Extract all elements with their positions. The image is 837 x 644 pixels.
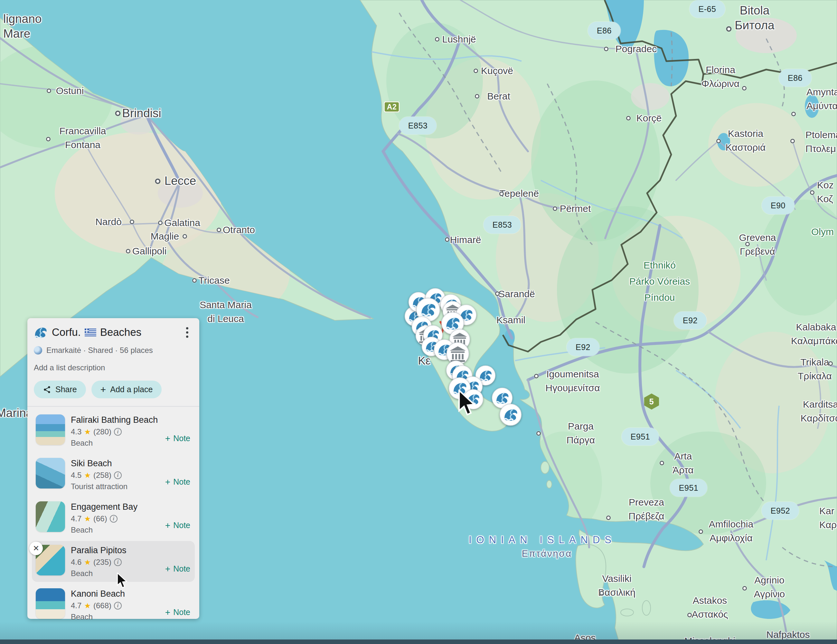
map-label-επτάνησα: Επτάνησα	[522, 547, 572, 560]
review-count: (66)	[94, 514, 107, 523]
place-photo	[36, 588, 65, 619]
greek-flag-icon	[85, 329, 96, 337]
beach-marker-icon[interactable]	[499, 404, 522, 426]
road-badge-a2: A2	[384, 102, 400, 113]
map-label-koz: KozΚοζ	[817, 178, 834, 206]
place-info: Siki Beach4.5★(258)iTourist attraction	[71, 458, 159, 491]
map-label-igoumenitsa: IgoumenitsaΗγουμενίτσα	[545, 367, 600, 395]
map-label-otranto: Otranto	[223, 223, 255, 237]
bottom-gradient	[0, 621, 837, 639]
map-label-vasiliki: VasilikiΒασιλική	[598, 572, 635, 599]
google-maps-canvas[interactable]: lignanoMareOstuniBrindisiFrancavillaFont…	[0, 0, 837, 644]
map-label-trikala: TrikalaΤρίκαλα	[798, 355, 832, 383]
city-dot	[626, 116, 631, 120]
place-category: Tourist attraction	[71, 482, 159, 491]
map-label-bitola: BitolaБитола	[735, 3, 774, 33]
city-dot	[445, 237, 450, 242]
review-count: (258)	[94, 471, 112, 480]
owner-line: Emarkaitė · Shared · 56 places	[46, 346, 153, 355]
place-rating-row: 4.3★(280)i	[71, 427, 159, 436]
map-label-astakos: AstakosΑστακός	[691, 593, 728, 621]
review-count: (668)	[94, 601, 112, 610]
panel-header: Corfu. Beaches Emarkaitė · Shared · 56 p…	[27, 318, 199, 398]
bottom-bar	[0, 639, 837, 644]
map-label-himar: Himarë	[450, 233, 481, 246]
info-icon[interactable]: i	[114, 472, 122, 479]
list-item[interactable]: Kanoni Beach4.7★(668)iBeach+Note	[32, 585, 195, 625]
map-label-lignano: lignanoMare	[3, 12, 41, 41]
road-badge-e951: E951	[622, 428, 659, 446]
map-label-francavilla: FrancavillaFontana	[59, 124, 106, 152]
share-icon	[43, 385, 51, 394]
info-icon[interactable]: i	[110, 515, 118, 522]
rating-value: 4.3	[71, 427, 82, 436]
city-dot	[495, 291, 500, 296]
place-name: Engagement Bay	[71, 502, 159, 512]
add-place-button[interactable]: + Add a place	[92, 381, 162, 398]
map-label-kar: KarΚαρ	[819, 504, 837, 532]
star-icon: ★	[84, 514, 91, 523]
info-icon[interactable]: i	[114, 428, 122, 436]
rating-value: 4.7	[71, 601, 82, 610]
info-icon[interactable]: i	[114, 559, 122, 566]
info-icon[interactable]: i	[114, 602, 122, 610]
city-dot	[46, 137, 51, 141]
city-dot	[790, 139, 795, 143]
city-dot	[599, 591, 604, 595]
road-badge-e90: E90	[762, 197, 794, 214]
city-dot	[158, 220, 162, 225]
note-label: Note	[173, 564, 190, 573]
map-label-parga: PargaΠάργα	[566, 419, 595, 447]
map-label-kalabaka: KalabakaΚαλαμπάκα	[791, 320, 837, 348]
city-dot	[47, 89, 51, 93]
list-item[interactable]: ✕Paralia Pipitos4.6★(235)iBeach+Note	[32, 541, 195, 582]
more-options-icon[interactable]	[181, 325, 194, 339]
city-dot	[828, 361, 833, 366]
city-dot	[192, 278, 197, 283]
close-icon[interactable]: ✕	[29, 542, 43, 555]
city-dot	[474, 69, 478, 73]
road-badge-e-65: E-65	[689, 0, 725, 18]
map-label-berat: Berat	[487, 89, 510, 103]
list-item[interactable]: Siki Beach4.5★(258)iTourist attraction+N…	[32, 454, 195, 495]
place-info: Paralia Pipitos4.6★(235)iBeach	[71, 545, 159, 578]
map-label-preveza: PrevezaΠρέβεζα	[629, 495, 664, 523]
city-dot	[115, 111, 121, 116]
map-label-ku-ov: Kuçovë	[481, 64, 513, 77]
place-photo	[36, 501, 65, 532]
plus-icon: +	[100, 385, 106, 394]
city-dot	[130, 220, 134, 224]
map-label-gallipoli: Gallipoli	[132, 244, 167, 258]
city-dot	[435, 37, 440, 41]
place-photo	[36, 458, 65, 488]
plus-icon: +	[165, 521, 170, 530]
map-label-grevena: GrevenaΓρεβενά	[739, 230, 776, 258]
road-badge-e952: E952	[762, 502, 799, 520]
place-category: Beach	[71, 569, 159, 578]
share-button[interactable]: Share	[34, 381, 86, 398]
city-dot	[475, 94, 479, 99]
add-note-button[interactable]: +Note	[164, 519, 191, 532]
city-dot	[716, 139, 721, 143]
star-icon: ★	[84, 601, 91, 610]
rating-value: 4.5	[71, 471, 82, 480]
rating-value: 4.7	[71, 514, 82, 523]
map-label-lushnj: Lushnjë	[442, 32, 476, 46]
list-description-placeholder[interactable]: Add a list description	[34, 363, 194, 372]
city-dot	[745, 242, 750, 246]
add-note-button[interactable]: +Note	[164, 432, 191, 445]
add-note-button[interactable]: +Note	[164, 562, 191, 575]
road-badge-e86: E86	[588, 22, 621, 39]
city-dot	[553, 206, 557, 211]
place-category: Beach	[71, 439, 159, 448]
plus-icon: +	[165, 608, 170, 617]
owner-avatar	[34, 346, 42, 355]
list-item[interactable]: Faliraki Bathing Beach4.3★(280)iBeach+No…	[32, 411, 195, 452]
add-note-button[interactable]: +Note	[164, 475, 191, 488]
rating-value: 4.6	[71, 558, 82, 567]
list-item[interactable]: Engagement Bay4.7★(66)iBeach+Note	[32, 498, 195, 538]
saved-list-panel: Corfu. Beaches Emarkaitė · Shared · 56 p…	[27, 318, 199, 619]
add-note-button[interactable]: +Note	[164, 606, 191, 619]
place-info: Faliraki Bathing Beach4.3★(280)iBeach	[71, 414, 159, 448]
road-badge-e92: E92	[566, 338, 599, 356]
